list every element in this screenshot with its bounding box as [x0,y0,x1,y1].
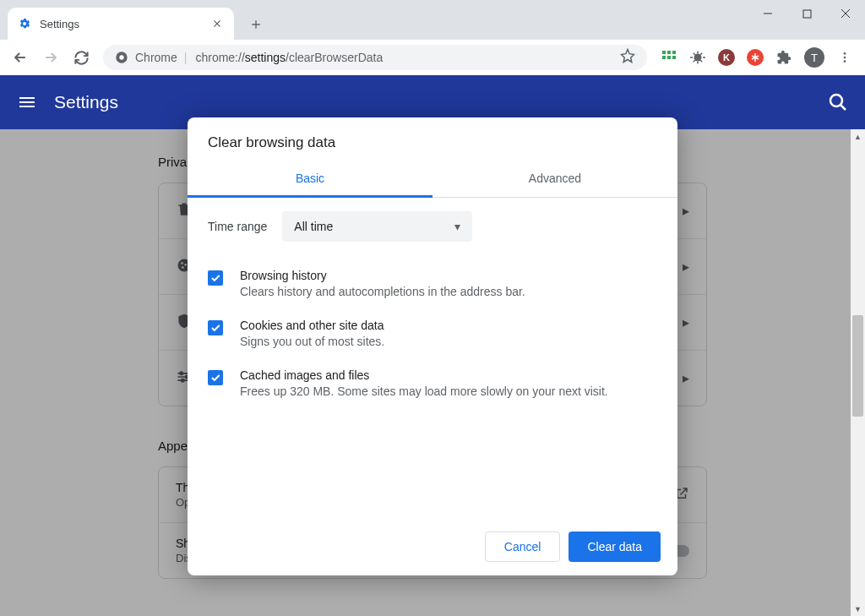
extension-grid-icon[interactable] [661,49,677,66]
search-icon[interactable] [828,92,848,112]
svg-point-16 [830,95,842,106]
dialog-tabs: Basic Advanced [188,163,677,198]
titlebar: Settings [0,0,865,40]
svg-rect-3 [662,51,666,54]
window-controls [748,0,865,27]
dialog-title: Clear browsing data [188,117,677,163]
close-tab-icon[interactable] [210,17,224,30]
extensions-puzzle-icon[interactable] [775,49,792,66]
time-range-value: All time [294,220,333,233]
svg-rect-0 [803,10,811,18]
new-tab-button[interactable] [244,13,268,36]
option-browsing-history: Browsing historyClears history and autoc… [208,259,657,308]
svg-rect-6 [662,56,666,59]
toolbar-extensions: K T [656,47,858,68]
tab-title: Settings [40,18,210,30]
minimize-button[interactable] [748,0,787,27]
tab-advanced[interactable]: Advanced [432,163,677,197]
dialog-footer: Cancel Clear data [188,518,677,575]
svg-rect-8 [672,56,676,59]
back-button[interactable] [7,44,34,71]
hamburger-menu-icon[interactable] [17,92,37,112]
browser-menu-icon[interactable] [836,49,853,66]
time-range-label: Time range [208,220,267,233]
scroll-down-icon[interactable]: ▼ [851,602,865,616]
svg-rect-7 [667,56,671,59]
close-window-button[interactable] [826,0,865,27]
svg-text:K: K [723,52,730,63]
address-bar: Chrome | chrome://settings/clearBrowserD… [0,40,865,75]
chrome-badge-icon: Chrome | [115,51,187,64]
browser-tab[interactable]: Settings [8,8,234,40]
profile-avatar[interactable]: T [804,47,824,68]
extension-shield-icon[interactable] [747,49,764,66]
tab-basic[interactable]: Basic [188,163,432,198]
forward-button[interactable] [37,44,64,71]
clear-data-button[interactable]: Clear data [569,532,661,562]
vertical-scrollbar[interactable]: ▲ ▼ [851,129,865,616]
clear-browsing-data-dialog: Clear browsing data Basic Advanced Time … [188,117,677,575]
svg-rect-4 [667,51,671,54]
gear-icon [18,17,31,30]
extension-k-icon[interactable]: K [718,49,735,66]
chevron-down-icon: ▾ [454,220,460,233]
svg-point-13 [844,52,846,55]
option-cookies: Cookies and other site dataSigns you out… [208,308,657,358]
reload-button[interactable] [68,44,95,71]
checkbox-cookies[interactable] [208,320,223,335]
checkbox-cache[interactable] [208,370,223,385]
bookmark-star-icon[interactable] [620,48,635,67]
page-title: Settings [54,92,828,112]
cancel-button[interactable]: Cancel [485,532,561,562]
url-text: chrome://settings/clearBrowserData [195,51,383,64]
svg-rect-5 [672,51,676,54]
url-prefix: Chrome [135,51,177,64]
svg-point-14 [844,57,846,59]
option-cache: Cached images and filesFrees up 320 MB. … [208,358,657,408]
dialog-body: Time range All time ▾ Browsing historyCl… [188,198,677,518]
svg-point-15 [844,60,846,63]
maximize-button[interactable] [787,0,826,27]
svg-point-2 [119,55,123,59]
scroll-up-icon[interactable]: ▲ [851,129,865,144]
scrollbar-thumb[interactable] [852,315,863,417]
omnibox[interactable]: Chrome | chrome://settings/clearBrowserD… [103,45,647,70]
extension-bug-icon[interactable] [689,49,706,66]
checkbox-history[interactable] [208,270,223,286]
time-range-select[interactable]: All time ▾ [282,211,472,242]
